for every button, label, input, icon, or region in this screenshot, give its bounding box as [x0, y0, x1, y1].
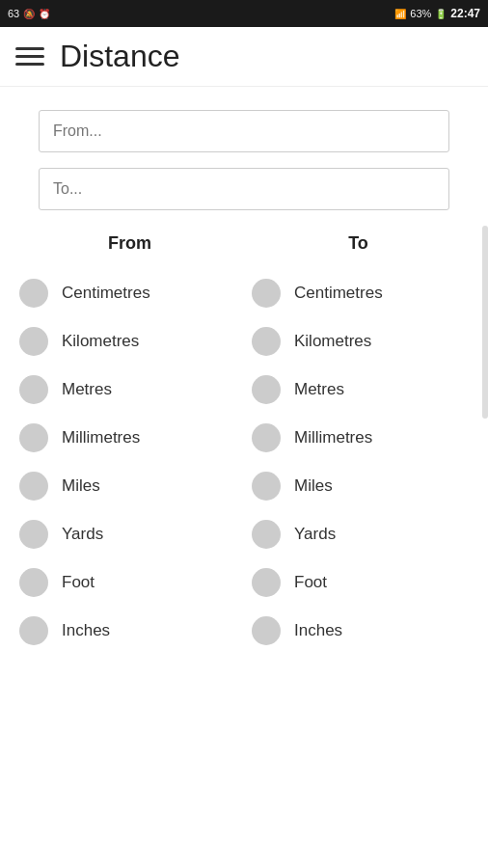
to-yards: Yards	[244, 516, 476, 553]
units-list: Centimetres Centimetres Kilometres Kilom…	[0, 269, 488, 655]
from-metres: Metres	[12, 371, 244, 408]
hamburger-line-1	[15, 47, 44, 50]
to-metres-label: Metres	[294, 380, 344, 399]
menu-button[interactable]	[15, 47, 44, 66]
from-inches-radio[interactable]	[19, 616, 48, 645]
to-millimetres-label: Millimetres	[294, 428, 372, 448]
page-title: Distance	[60, 39, 180, 74]
from-yards-label: Yards	[62, 525, 103, 544]
table-row: Millimetres Millimetres	[12, 414, 476, 462]
to-yards-label: Yards	[294, 525, 336, 544]
to-metres-radio[interactable]	[252, 375, 281, 404]
to-millimetres: Millimetres	[244, 420, 476, 456]
search-section	[0, 87, 488, 226]
from-kilometres-radio[interactable]	[19, 327, 48, 356]
hamburger-line-3	[15, 63, 44, 66]
to-centimetres-radio[interactable]	[252, 279, 281, 308]
hamburger-line-2	[15, 55, 44, 58]
from-metres-radio[interactable]	[19, 375, 48, 404]
to-kilometres-radio[interactable]	[252, 327, 281, 356]
from-foot-radio[interactable]	[19, 568, 48, 597]
table-row: Miles Miles	[12, 462, 476, 510]
battery-icon: 🔋	[435, 9, 447, 19]
from-centimetres-radio[interactable]	[19, 279, 48, 308]
columns-header: From To	[0, 226, 488, 269]
to-miles-label: Miles	[294, 476, 333, 496]
status-bar: 63 🔕 ⏰ 📶 63% 🔋 22:47	[0, 0, 488, 27]
to-column-label: To	[244, 233, 473, 254]
battery-text: 63%	[410, 8, 431, 19]
table-row: Foot Foot	[12, 558, 476, 607]
from-foot: Foot	[12, 564, 244, 601]
from-miles-label: Miles	[62, 476, 100, 496]
table-row: Kilometres Kilometres	[12, 317, 476, 366]
table-row: Metres Metres	[12, 366, 476, 414]
table-row: Centimetres Centimetres	[12, 269, 476, 317]
to-metres: Metres	[244, 371, 476, 408]
from-input[interactable]	[39, 110, 449, 152]
from-millimetres-radio[interactable]	[19, 423, 48, 452]
to-inches-radio[interactable]	[252, 616, 281, 645]
to-foot-radio[interactable]	[252, 568, 281, 597]
from-miles-radio[interactable]	[19, 472, 48, 501]
to-foot: Foot	[244, 564, 476, 601]
main-content: From To Centimetres Centimetres Kilometr…	[0, 226, 488, 655]
from-inches: Inches	[12, 612, 244, 649]
from-centimetres: Centimetres	[12, 275, 244, 312]
time-text: 22:47	[450, 7, 480, 20]
to-kilometres: Kilometres	[244, 323, 476, 360]
from-inches-label: Inches	[62, 621, 110, 640]
from-centimetres-label: Centimetres	[62, 284, 150, 303]
to-miles-radio[interactable]	[252, 472, 281, 501]
app-header: Distance	[0, 27, 488, 87]
from-millimetres-label: Millimetres	[62, 428, 140, 448]
alarm-icon: ⏰	[39, 9, 50, 19]
table-row: Yards Yards	[12, 510, 476, 558]
from-miles: Miles	[12, 468, 244, 504]
table-row: Inches Inches	[12, 607, 476, 655]
from-yards-radio[interactable]	[19, 520, 48, 549]
status-right: 📶 63% 🔋 22:47	[394, 7, 480, 20]
to-foot-label: Foot	[294, 573, 327, 592]
silent-icon: 🔕	[23, 9, 35, 19]
from-foot-label: Foot	[62, 573, 95, 592]
to-kilometres-label: Kilometres	[294, 332, 371, 351]
notif-count: 63	[8, 8, 19, 19]
to-input[interactable]	[39, 168, 449, 210]
from-kilometres-label: Kilometres	[62, 332, 139, 351]
to-centimetres-label: Centimetres	[294, 284, 383, 303]
to-millimetres-radio[interactable]	[252, 423, 281, 452]
signal-icon: 📶	[394, 9, 406, 19]
to-miles: Miles	[244, 468, 476, 504]
to-centimetres: Centimetres	[244, 275, 476, 312]
from-kilometres: Kilometres	[12, 323, 244, 360]
from-metres-label: Metres	[62, 380, 112, 399]
scrollbar[interactable]	[482, 226, 488, 419]
to-inches-label: Inches	[294, 621, 342, 640]
from-column-label: From	[15, 233, 244, 254]
from-millimetres: Millimetres	[12, 420, 244, 456]
status-left: 63 🔕 ⏰	[8, 8, 50, 19]
to-yards-radio[interactable]	[252, 520, 281, 549]
from-yards: Yards	[12, 516, 244, 553]
to-inches: Inches	[244, 612, 476, 649]
